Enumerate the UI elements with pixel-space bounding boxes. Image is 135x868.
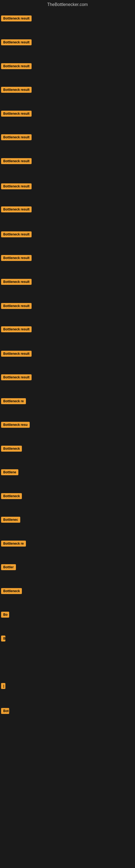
bottleneck-badge-30[interactable]: Bot xyxy=(1,708,9,714)
bottleneck-badge-8[interactable]: Bottleneck result xyxy=(1,183,32,189)
bottleneck-item-23: Bottleneck re xyxy=(1,540,26,548)
bottleneck-badge-11[interactable]: Bottleneck result xyxy=(1,255,32,261)
bottleneck-item-18: Bottleneck resu xyxy=(1,422,30,429)
bottleneck-badge-4[interactable]: Bottleneck result xyxy=(1,87,32,93)
bottleneck-badge-9[interactable]: Bottleneck result xyxy=(1,207,32,212)
bottleneck-badge-15[interactable]: Bottleneck result xyxy=(1,351,32,357)
bottleneck-badge-5[interactable]: Bottleneck result xyxy=(1,111,32,117)
bottleneck-badge-17[interactable]: Bottleneck re xyxy=(1,398,26,404)
bottleneck-item-19: Bottleneck xyxy=(1,446,22,453)
bottleneck-item-25: Bottleneck xyxy=(1,588,22,595)
bottleneck-item-26: Bo xyxy=(1,612,9,619)
bottleneck-badge-16[interactable]: Bottleneck result xyxy=(1,374,32,380)
bottleneck-badge-14[interactable]: Bottleneck result xyxy=(1,326,32,332)
bottleneck-badge-19[interactable]: Bottleneck xyxy=(1,446,22,452)
bottleneck-badge-21[interactable]: Bottleneck xyxy=(1,493,22,499)
bottleneck-item-29: | xyxy=(1,683,5,690)
bottleneck-item-5: Bottleneck result xyxy=(1,111,32,118)
bottleneck-badge-27[interactable]: B xyxy=(1,636,5,642)
bottleneck-badge-10[interactable]: Bottleneck result xyxy=(1,231,32,237)
bottleneck-badge-6[interactable]: Bottleneck result xyxy=(1,134,32,140)
bottleneck-badge-26[interactable]: Bo xyxy=(1,612,9,618)
bottleneck-item-11: Bottleneck result xyxy=(1,255,32,262)
bottleneck-badge-13[interactable]: Bottleneck result xyxy=(1,303,32,309)
bottleneck-item-3: Bottleneck result xyxy=(1,63,32,70)
bottleneck-item-24: Bottler xyxy=(1,564,16,571)
bottleneck-item-30: Bot xyxy=(1,708,9,715)
site-title: TheBottlenecker.com xyxy=(0,0,135,9)
bottleneck-item-2: Bottleneck result xyxy=(1,39,32,46)
bottleneck-item-16: Bottleneck result xyxy=(1,374,32,381)
bottleneck-badge-29[interactable]: | xyxy=(1,683,5,689)
bottleneck-badge-24[interactable]: Bottler xyxy=(1,564,16,570)
bottleneck-item-17: Bottleneck re xyxy=(1,398,26,405)
bottleneck-item-10: Bottleneck result xyxy=(1,231,32,239)
bottleneck-badge-3[interactable]: Bottleneck result xyxy=(1,63,32,69)
bottleneck-badge-7[interactable]: Bottleneck result xyxy=(1,158,32,164)
bottleneck-item-4: Bottleneck result xyxy=(1,87,32,94)
bottleneck-item-1: Bottleneck result xyxy=(1,16,32,23)
bottleneck-badge-2[interactable]: Bottleneck result xyxy=(1,39,32,45)
bottleneck-badge-20[interactable]: Bottlene xyxy=(1,469,18,475)
bottleneck-item-27: B xyxy=(1,636,5,643)
bottleneck-item-15: Bottleneck result xyxy=(1,351,32,358)
bottleneck-badge-25[interactable]: Bottleneck xyxy=(1,588,22,594)
bottleneck-item-9: Bottleneck result xyxy=(1,207,32,214)
bottleneck-item-6: Bottleneck result xyxy=(1,134,32,141)
bottleneck-badge-22[interactable]: Bottlenec xyxy=(1,517,20,523)
bottleneck-item-20: Bottlene xyxy=(1,469,18,476)
bottleneck-item-14: Bottleneck result xyxy=(1,326,32,333)
bottleneck-item-8: Bottleneck result xyxy=(1,183,32,190)
bottleneck-item-7: Bottleneck result xyxy=(1,158,32,165)
bottleneck-badge-18[interactable]: Bottleneck resu xyxy=(1,422,30,428)
bottleneck-badge-12[interactable]: Bottleneck result xyxy=(1,279,32,285)
bottleneck-item-13: Bottleneck result xyxy=(1,303,32,310)
bottleneck-item-21: Bottleneck xyxy=(1,493,22,500)
bottleneck-item-12: Bottleneck result xyxy=(1,279,32,286)
bottleneck-badge-23[interactable]: Bottleneck re xyxy=(1,540,26,547)
bottleneck-item-22: Bottlenec xyxy=(1,517,20,524)
bottleneck-badge-1[interactable]: Bottleneck result xyxy=(1,16,32,22)
